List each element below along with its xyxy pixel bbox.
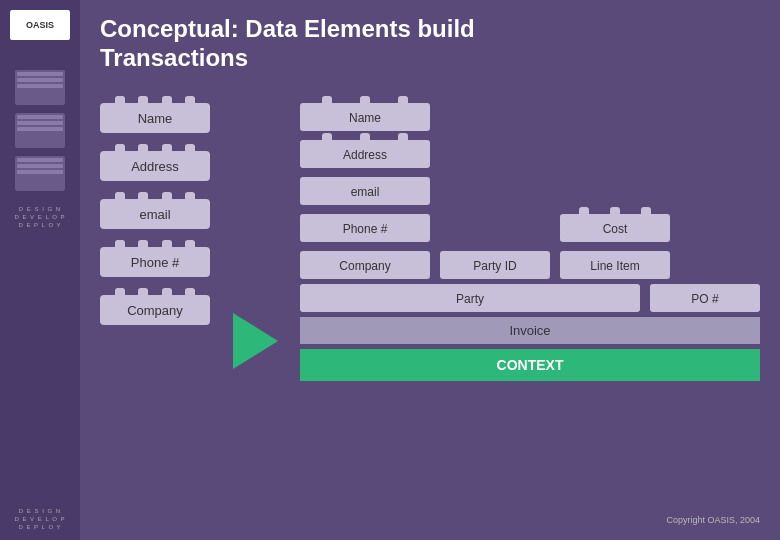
sidebar-decorative-blocks bbox=[15, 70, 65, 191]
sidebar-develop-label-bottom: D E V E L O P bbox=[14, 516, 65, 522]
oasis-logo: OASIS bbox=[10, 10, 70, 40]
sidebar-text-group-top: D E S I G N D E V E L O P D E P L O Y bbox=[14, 206, 65, 228]
block-r-name: Name bbox=[300, 103, 430, 131]
page-title: Conceptual: Data Elements build Transact… bbox=[100, 15, 760, 73]
block-address: Address bbox=[100, 151, 210, 181]
block-name: Name bbox=[100, 103, 210, 133]
transform-arrow bbox=[233, 313, 278, 369]
main-content: Conceptual: Data Elements build Transact… bbox=[80, 0, 780, 540]
right-diagram: Name Address email bbox=[300, 93, 760, 510]
party-label: Party bbox=[456, 292, 484, 306]
block-line-item: Line Item bbox=[560, 251, 670, 279]
col-middle: Party ID bbox=[440, 247, 550, 279]
diagram-area: Name Address email bbox=[100, 93, 760, 510]
logo-text: OASIS bbox=[26, 20, 54, 30]
block-cost: Cost bbox=[560, 214, 670, 242]
sidebar-deploy-label-bottom: D E P L O Y bbox=[18, 524, 61, 530]
sidebar-block-1 bbox=[15, 70, 65, 105]
sidebar-develop-label: D E V E L O P bbox=[14, 214, 65, 220]
sidebar-block-3 bbox=[15, 156, 65, 191]
col-right: Cost Line Item bbox=[560, 204, 670, 279]
sidebar-block-2 bbox=[15, 113, 65, 148]
block-party-id: Party ID bbox=[440, 251, 550, 279]
col-left: Name Address email bbox=[300, 93, 430, 279]
block-r-company: Company bbox=[300, 251, 430, 279]
sidebar-design-label-bottom: D E S I G N bbox=[19, 508, 61, 514]
studs-cost bbox=[560, 207, 670, 214]
sidebar-deploy-label: D E P L O Y bbox=[18, 222, 61, 228]
arrow-area bbox=[230, 173, 280, 510]
block-email: email bbox=[100, 199, 210, 229]
diagram-columns: Name Address email bbox=[300, 93, 760, 279]
block-r-address: Address bbox=[300, 140, 430, 168]
left-blocks-column: Name Address email bbox=[100, 93, 210, 510]
sidebar-text-group-bottom: D E S I G N D E V E L O P D E P L O Y bbox=[14, 508, 65, 530]
block-company: Company bbox=[100, 295, 210, 325]
block-r-phone: Phone # bbox=[300, 214, 430, 242]
studs-r-address bbox=[300, 133, 430, 140]
po-label: PO # bbox=[691, 292, 718, 306]
sidebar: OASIS D E S I G N D E V E L O P D E P L … bbox=[0, 0, 80, 540]
block-phone: Phone # bbox=[100, 247, 210, 277]
block-r-email: email bbox=[300, 177, 430, 205]
invoice-bar: Invoice bbox=[300, 317, 760, 344]
copyright-text: Copyright OASIS, 2004 bbox=[666, 515, 760, 525]
context-bar: CONTEXT bbox=[300, 349, 760, 381]
studs-r-name bbox=[300, 96, 430, 103]
sidebar-design-label: D E S I G N bbox=[19, 206, 61, 212]
